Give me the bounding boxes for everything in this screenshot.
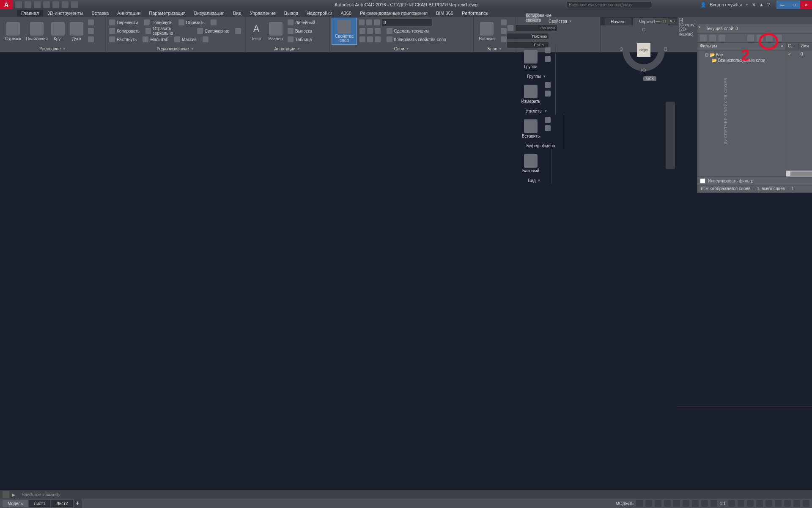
new-property-filter-icon[interactable] (700, 35, 707, 41)
layer-state-icon[interactable] (359, 19, 365, 25)
tab-model[interactable]: Модель (3, 500, 28, 507)
qat-print-icon[interactable] (52, 1, 59, 8)
text-button[interactable]: AТекст (247, 18, 266, 45)
table-button[interactable]: Таблица (287, 36, 316, 43)
color-combo[interactable]: ПоСлою (507, 24, 558, 32)
units-icon[interactable] (747, 500, 754, 507)
insert-block-button[interactable]: Вставка (475, 18, 498, 45)
panel-utils-title[interactable]: Утилиты▼ (519, 108, 554, 114)
panel-groups-title[interactable]: Группы▼ (519, 73, 554, 80)
filetab-start[interactable]: Начало (605, 18, 631, 25)
osnap-toggle-icon[interactable] (673, 500, 680, 507)
close-button[interactable]: ✕ (800, 0, 812, 9)
clean-screen-icon[interactable] (793, 500, 800, 507)
vp-close-button[interactable]: × (668, 19, 674, 24)
baseview-button[interactable]: Базовый (519, 150, 542, 177)
layer-row-0[interactable]: ✔ 0 💡 ☀ 🔓 □ бе... Continu... — По у... 0… (786, 50, 812, 57)
viewcube-face-top[interactable]: Верх (637, 43, 650, 57)
measure-button[interactable]: Измерить (519, 80, 542, 108)
tab-performance[interactable]: Performance (458, 10, 493, 17)
polar-toggle-icon[interactable] (664, 500, 671, 507)
group-button[interactable]: Группа (519, 46, 542, 73)
layer-grid-scrollbar[interactable] (786, 171, 812, 177)
scale-button[interactable]: Масштаб (142, 36, 169, 43)
help-icon[interactable]: ? (767, 2, 770, 7)
tab-manage[interactable]: Управление (246, 10, 280, 17)
col-status[interactable]: С... (786, 43, 799, 50)
stretch-button[interactable]: Растянуть (108, 36, 137, 43)
panel-draw-title[interactable]: Рисование▼ (2, 45, 104, 52)
navigation-bar[interactable] (666, 102, 675, 169)
lineweight-toggle-icon[interactable] (692, 500, 699, 507)
viewcube[interactable]: Верх С Ю В З (623, 29, 665, 71)
tab-a360[interactable]: A360 (336, 10, 356, 17)
snap-toggle-icon[interactable] (645, 500, 652, 507)
leader-button[interactable]: Выноска (287, 27, 316, 35)
select-button[interactable] (544, 81, 551, 89)
cycling-toggle-icon[interactable] (710, 500, 717, 507)
layer-lock-icon[interactable] (374, 19, 380, 25)
dimension-button[interactable]: Размер (266, 18, 285, 45)
cut-button[interactable] (544, 116, 551, 124)
tab-addins[interactable]: Надстройки (302, 10, 336, 17)
signin-link[interactable]: Вход в службы (710, 2, 742, 7)
wcs-badge[interactable]: МСК (643, 76, 656, 81)
collapse-icon[interactable]: « (781, 44, 783, 49)
col-name[interactable]: Имя (799, 43, 812, 50)
ellipse-button[interactable] (87, 36, 95, 43)
tab-annotate[interactable]: Аннотации (113, 10, 145, 17)
panel-modify-title[interactable]: Редактирование▼ (107, 45, 243, 52)
calc-button[interactable] (544, 90, 551, 97)
set-current-icon[interactable] (775, 35, 782, 41)
grid-toggle-icon[interactable] (636, 500, 643, 507)
group-edit-button[interactable] (544, 55, 551, 63)
hatch-button[interactable] (87, 27, 95, 35)
ortho-toggle-icon[interactable] (655, 500, 661, 507)
array-button[interactable]: Массив (173, 36, 198, 43)
lineweight-combo[interactable]: ПоСлою (507, 33, 549, 40)
a360-icon[interactable]: ▲ (759, 2, 764, 7)
quickprops-icon[interactable] (756, 500, 763, 507)
tab-featured[interactable]: Рекомендованные приложения (356, 10, 432, 17)
erase-button[interactable] (210, 19, 217, 26)
qat-open-icon[interactable] (25, 1, 31, 8)
tab-layout2[interactable]: Лист2 (51, 500, 73, 507)
line-button[interactable]: Отрезок (2, 18, 25, 45)
qat-redo-icon[interactable] (71, 1, 78, 8)
hardware-accel-icon[interactable] (784, 500, 791, 507)
linear-dim-button[interactable]: Линейный (287, 19, 316, 26)
panel-props-title[interactable]: Свойства▼ (548, 18, 573, 25)
polyline-button[interactable]: Полилиния (25, 18, 48, 45)
copy-layer-props-button[interactable]: Копировать свойства слоя (359, 36, 467, 43)
layer-properties-button[interactable]: Свойства слоя (332, 18, 357, 45)
copy-clip-button[interactable] (544, 124, 551, 132)
workspace-icon[interactable] (728, 500, 735, 507)
tab-3d[interactable]: 3D-инструменты (43, 10, 88, 17)
vp-minimize-button[interactable]: — (655, 19, 661, 24)
vp-restore-button[interactable]: □ (661, 19, 667, 24)
tab-insert[interactable]: Вставка (87, 10, 113, 17)
help-search-input[interactable] (567, 1, 651, 8)
new-group-filter-icon[interactable] (709, 35, 716, 41)
circle-button[interactable]: Круг (49, 18, 67, 45)
copy-button[interactable]: Копировать (108, 27, 140, 35)
status-model-label[interactable]: МОДЕЛЬ (616, 501, 634, 506)
tab-output[interactable]: Вывод (280, 10, 302, 17)
tab-home[interactable]: Главная (17, 10, 43, 17)
filter-used[interactable]: 📂 Все используемые слои (700, 58, 783, 63)
make-current-button[interactable]: Сделать текущим (359, 27, 467, 35)
cmdline-toggle-icon[interactable] (3, 491, 9, 498)
trim-button[interactable]: Обрезать (178, 19, 206, 26)
qat-save-icon[interactable] (34, 1, 41, 8)
filter-all[interactable]: ⊟ 📂 Все (700, 52, 783, 58)
tab-visualize[interactable]: Визуализация (190, 10, 229, 17)
move-button[interactable]: Перенести (108, 19, 139, 26)
panel-annot-title[interactable]: Аннотации▼ (247, 45, 328, 52)
invert-filter-checkbox[interactable] (700, 178, 705, 184)
new-layer-icon[interactable] (747, 35, 754, 41)
ungroup-button[interactable] (544, 47, 551, 54)
offset-button[interactable] (202, 36, 209, 43)
rotate-button[interactable]: Повернуть (143, 19, 173, 26)
match-props-button[interactable]: Копирование свойств ПоСлою ПоСлою ПоСл..… (518, 18, 547, 45)
otrack-toggle-icon[interactable] (683, 500, 689, 507)
